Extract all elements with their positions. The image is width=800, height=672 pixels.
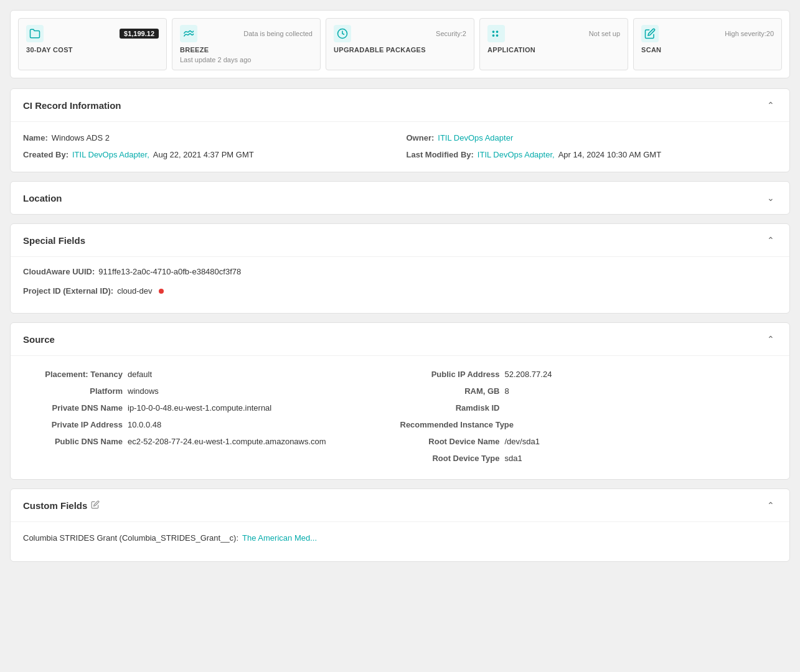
source-key: Root Device Type (400, 454, 500, 463)
source-key: Root Device Name (400, 437, 500, 446)
source-key: RAM, GB (400, 386, 500, 396)
source-val: default (128, 370, 152, 379)
special-fields-body: CloudAware UUID: 911ffe13-2a0c-4710-a0fb… (11, 256, 789, 313)
custom-field-row: Columbia STRIDES Grant (Columbia_STRIDES… (23, 527, 777, 549)
source-val: windows (128, 386, 159, 396)
ci-owner-value[interactable]: ITIL DevOps Adapter (438, 133, 513, 142)
upgradable-title: UPGRADABLE PACKAGES (334, 46, 466, 54)
ci-modified-row: Last Modified By: ITIL DevOps Adapter, A… (407, 150, 778, 159)
scan-status: High severity:20 (725, 30, 774, 37)
location-header[interactable]: Location ⌄ (11, 182, 789, 214)
source-chevron: ⌃ (765, 333, 777, 345)
custom-fields-header[interactable]: Custom Fields ⌃ (11, 489, 789, 521)
ci-created-value[interactable]: ITIL DevOps Adapter, (72, 150, 149, 159)
source-val: 52.208.77.24 (505, 370, 552, 379)
ci-modified-label: Last Modified By: (407, 150, 474, 159)
ci-name-row: Name: Windows ADS 2 (23, 133, 394, 142)
location-chevron: ⌄ (765, 192, 777, 204)
application-title: APPLICATION (487, 46, 620, 54)
ci-record-grid: Name: Windows ADS 2 Owner: ITIL DevOps A… (23, 127, 777, 159)
breeze-status: Data is being collected (243, 30, 313, 37)
location-title: Location (23, 193, 62, 203)
project-id-value: cloud-dev (117, 286, 152, 296)
edit-icon[interactable] (91, 500, 100, 511)
ci-record-section: CI Record Information ⌃ Name: Windows AD… (10, 88, 790, 172)
ci-modified-date: Apr 14, 2024 10:30 AM GMT (558, 150, 661, 159)
breeze-title: BREEZE (180, 46, 313, 54)
ci-owner-label: Owner: (407, 133, 435, 142)
ci-record-header[interactable]: CI Record Information ⌃ (11, 89, 789, 121)
scan-icon (641, 25, 659, 42)
source-grid: Placement: TenancydefaultPlatformwindows… (23, 361, 777, 467)
special-fields-header[interactable]: Special Fields ⌃ (11, 224, 789, 256)
uuid-value: 911ffe13-2a0c-4710-a0fb-e38480cf3f78 (98, 267, 241, 276)
metric-card-cost[interactable]: $1,199.12 30-DAY COST (18, 18, 167, 70)
metric-card-application[interactable]: Not set up APPLICATION (479, 18, 628, 70)
source-right-row: RAM, GB8 (400, 383, 778, 399)
uuid-label: CloudAware UUID: (23, 267, 95, 276)
ci-record-body: Name: Windows ADS 2 Owner: ITIL DevOps A… (11, 121, 789, 172)
source-header[interactable]: Source ⌃ (11, 323, 789, 355)
dots-icon (487, 25, 505, 42)
source-left-row: Platformwindows (23, 383, 400, 399)
metric-card-breeze[interactable]: Data is being collected BREEZE Last upda… (172, 18, 321, 70)
source-right-row: Root Device Name/dev/sda1 (400, 433, 778, 450)
source-left-row: Placement: Tenancydefault (23, 366, 400, 383)
cost-title: 30-DAY COST (26, 46, 159, 54)
ci-created-date: Aug 22, 2021 4:37 PM GMT (153, 150, 254, 159)
ci-created-row: Created By: ITIL DevOps Adapter, Aug 22,… (23, 150, 394, 159)
source-right-row: Root Device Typesda1 (400, 450, 778, 467)
source-left-col: Placement: TenancydefaultPlatformwindows… (23, 366, 400, 467)
source-val: /dev/sda1 (505, 437, 540, 446)
source-left-row: Private DNS Nameip-10-0-0-48.eu-west-1.c… (23, 399, 400, 416)
application-status: Not set up (589, 30, 620, 37)
source-right-row: Public IP Address52.208.77.24 (400, 366, 778, 383)
source-key: Ramdisk ID (400, 403, 500, 413)
source-title: Source (23, 334, 55, 345)
special-fields-section: Special Fields ⌃ CloudAware UUID: 911ffe… (10, 223, 790, 314)
project-id-label: Project ID (External ID): (23, 286, 113, 296)
custom-fields-header-inner: Custom Fields (23, 500, 100, 511)
ci-name-value: Windows ADS 2 (52, 133, 110, 142)
source-val: sda1 (505, 454, 522, 463)
ci-owner-row: Owner: ITIL DevOps Adapter (407, 133, 778, 142)
wave-icon (180, 25, 197, 42)
location-section: Location ⌄ (10, 181, 790, 215)
source-right-col: Public IP Address52.208.77.24RAM, GB8Ram… (400, 366, 778, 467)
clock-icon (334, 25, 351, 42)
metric-card-scan[interactable]: High severity:20 SCAN (633, 18, 782, 70)
custom-field-label: Columbia STRIDES Grant (Columbia_STRIDES… (23, 533, 238, 543)
special-fields-chevron: ⌃ (765, 234, 777, 246)
svg-point-2 (496, 30, 499, 33)
source-key: Placement: Tenancy (23, 370, 123, 379)
custom-field-link[interactable]: The American Med... (242, 533, 317, 543)
source-key: Platform (23, 386, 123, 396)
uuid-row: CloudAware UUID: 911ffe13-2a0c-4710-a0fb… (23, 262, 777, 281)
upgradable-status: Security:2 (436, 30, 466, 37)
source-val: ip-10-0-0-48.eu-west-1.compute.internal (128, 403, 271, 413)
ci-record-chevron: ⌃ (765, 99, 777, 111)
metric-card-upgradable[interactable]: Security:2 UPGRADABLE PACKAGES (326, 18, 474, 70)
cost-badge: $1,199.12 (120, 29, 159, 39)
source-key: Public IP Address (400, 370, 500, 379)
svg-point-4 (496, 34, 499, 37)
source-left-row: Private IP Address10.0.0.48 (23, 416, 400, 433)
folder-icon (26, 25, 44, 42)
source-key: Private DNS Name (23, 403, 123, 413)
source-right-row: Ramdisk ID (400, 399, 778, 416)
ci-record-title: CI Record Information (23, 100, 121, 111)
source-val: 8 (505, 386, 509, 396)
ci-name-label: Name: (23, 133, 48, 142)
ci-created-label: Created By: (23, 150, 68, 159)
svg-point-1 (492, 30, 495, 33)
ci-modified-value[interactable]: ITIL DevOps Adapter, (478, 150, 555, 159)
source-left-row: Public DNS Nameec2-52-208-77-24.eu-west-… (23, 433, 400, 450)
source-val: 10.0.0.48 (128, 420, 161, 429)
custom-fields-body: Columbia STRIDES Grant (Columbia_STRIDES… (11, 521, 789, 561)
source-key: Private IP Address (23, 420, 123, 429)
source-body: Placement: TenancydefaultPlatformwindows… (11, 355, 789, 479)
custom-fields-section: Custom Fields ⌃ Columbia STRIDES Grant (… (10, 488, 790, 562)
special-fields-title: Special Fields (23, 235, 85, 246)
source-val: ec2-52-208-77-24.eu-west-1.compute.amazo… (128, 437, 326, 446)
project-id-row: Project ID (External ID): cloud-dev (23, 281, 777, 301)
